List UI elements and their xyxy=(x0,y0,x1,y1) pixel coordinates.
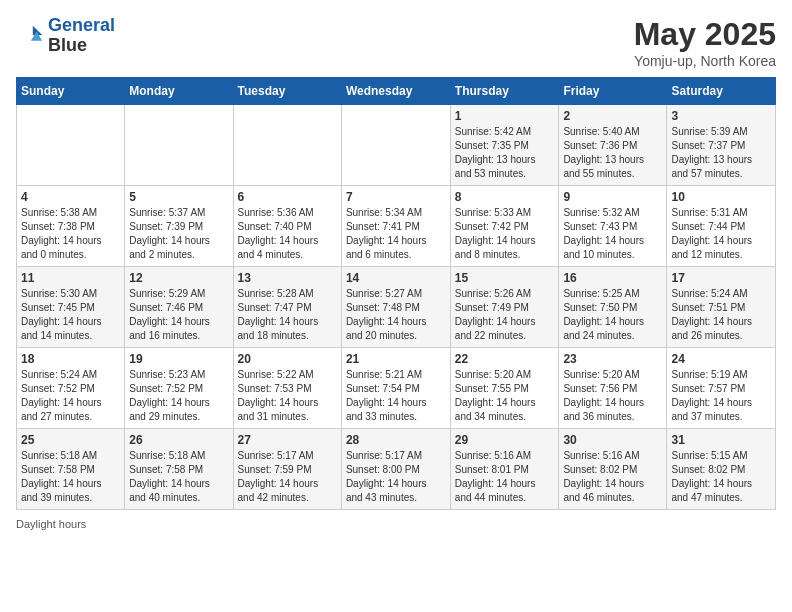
day-cell-18: 18Sunrise: 5:24 AM Sunset: 7:52 PM Dayli… xyxy=(17,348,125,429)
day-number: 24 xyxy=(671,352,771,366)
day-number: 20 xyxy=(238,352,337,366)
day-number: 2 xyxy=(563,109,662,123)
day-cell-6: 6Sunrise: 5:36 AM Sunset: 7:40 PM Daylig… xyxy=(233,186,341,267)
day-info: Sunrise: 5:24 AM Sunset: 7:52 PM Dayligh… xyxy=(21,368,120,424)
day-cell-31: 31Sunrise: 5:15 AM Sunset: 8:02 PM Dayli… xyxy=(667,429,776,510)
logo-icon xyxy=(16,22,44,50)
svg-marker-1 xyxy=(31,31,42,40)
day-number: 4 xyxy=(21,190,120,204)
day-info: Sunrise: 5:17 AM Sunset: 8:00 PM Dayligh… xyxy=(346,449,446,505)
day-number: 9 xyxy=(563,190,662,204)
day-info: Sunrise: 5:19 AM Sunset: 7:57 PM Dayligh… xyxy=(671,368,771,424)
day-number: 31 xyxy=(671,433,771,447)
day-cell-empty-0-1 xyxy=(125,105,233,186)
column-header-saturday: Saturday xyxy=(667,78,776,105)
day-cell-21: 21Sunrise: 5:21 AM Sunset: 7:54 PM Dayli… xyxy=(341,348,450,429)
calendar-table: SundayMondayTuesdayWednesdayThursdayFrid… xyxy=(16,77,776,510)
day-info: Sunrise: 5:29 AM Sunset: 7:46 PM Dayligh… xyxy=(129,287,228,343)
day-cell-12: 12Sunrise: 5:29 AM Sunset: 7:46 PM Dayli… xyxy=(125,267,233,348)
day-info: Sunrise: 5:20 AM Sunset: 7:55 PM Dayligh… xyxy=(455,368,555,424)
day-number: 23 xyxy=(563,352,662,366)
day-number: 6 xyxy=(238,190,337,204)
day-info: Sunrise: 5:16 AM Sunset: 8:01 PM Dayligh… xyxy=(455,449,555,505)
day-number: 8 xyxy=(455,190,555,204)
day-info: Sunrise: 5:16 AM Sunset: 8:02 PM Dayligh… xyxy=(563,449,662,505)
day-cell-19: 19Sunrise: 5:23 AM Sunset: 7:52 PM Dayli… xyxy=(125,348,233,429)
week-row-2: 4Sunrise: 5:38 AM Sunset: 7:38 PM Daylig… xyxy=(17,186,776,267)
day-info: Sunrise: 5:34 AM Sunset: 7:41 PM Dayligh… xyxy=(346,206,446,262)
day-cell-8: 8Sunrise: 5:33 AM Sunset: 7:42 PM Daylig… xyxy=(450,186,559,267)
column-header-friday: Friday xyxy=(559,78,667,105)
day-number: 10 xyxy=(671,190,771,204)
day-cell-30: 30Sunrise: 5:16 AM Sunset: 8:02 PM Dayli… xyxy=(559,429,667,510)
day-info: Sunrise: 5:36 AM Sunset: 7:40 PM Dayligh… xyxy=(238,206,337,262)
day-number: 16 xyxy=(563,271,662,285)
day-info: Sunrise: 5:42 AM Sunset: 7:35 PM Dayligh… xyxy=(455,125,555,181)
day-cell-26: 26Sunrise: 5:18 AM Sunset: 7:58 PM Dayli… xyxy=(125,429,233,510)
day-cell-5: 5Sunrise: 5:37 AM Sunset: 7:39 PM Daylig… xyxy=(125,186,233,267)
day-info: Sunrise: 5:23 AM Sunset: 7:52 PM Dayligh… xyxy=(129,368,228,424)
week-row-1: 1Sunrise: 5:42 AM Sunset: 7:35 PM Daylig… xyxy=(17,105,776,186)
day-cell-3: 3Sunrise: 5:39 AM Sunset: 7:37 PM Daylig… xyxy=(667,105,776,186)
day-cell-23: 23Sunrise: 5:20 AM Sunset: 7:56 PM Dayli… xyxy=(559,348,667,429)
day-cell-25: 25Sunrise: 5:18 AM Sunset: 7:58 PM Dayli… xyxy=(17,429,125,510)
day-number: 3 xyxy=(671,109,771,123)
day-cell-13: 13Sunrise: 5:28 AM Sunset: 7:47 PM Dayli… xyxy=(233,267,341,348)
day-number: 12 xyxy=(129,271,228,285)
column-header-monday: Monday xyxy=(125,78,233,105)
day-number: 22 xyxy=(455,352,555,366)
footer-text: Daylight hours xyxy=(16,518,86,530)
day-info: Sunrise: 5:40 AM Sunset: 7:36 PM Dayligh… xyxy=(563,125,662,181)
day-number: 21 xyxy=(346,352,446,366)
day-info: Sunrise: 5:26 AM Sunset: 7:49 PM Dayligh… xyxy=(455,287,555,343)
footer: Daylight hours xyxy=(16,518,776,530)
logo: General Blue xyxy=(16,16,115,56)
title-block: May 2025 Yomju-up, North Korea xyxy=(634,16,776,69)
day-info: Sunrise: 5:20 AM Sunset: 7:56 PM Dayligh… xyxy=(563,368,662,424)
day-headers-row: SundayMondayTuesdayWednesdayThursdayFrid… xyxy=(17,78,776,105)
day-cell-7: 7Sunrise: 5:34 AM Sunset: 7:41 PM Daylig… xyxy=(341,186,450,267)
day-cell-10: 10Sunrise: 5:31 AM Sunset: 7:44 PM Dayli… xyxy=(667,186,776,267)
day-cell-4: 4Sunrise: 5:38 AM Sunset: 7:38 PM Daylig… xyxy=(17,186,125,267)
day-cell-empty-0-2 xyxy=(233,105,341,186)
day-number: 19 xyxy=(129,352,228,366)
day-number: 7 xyxy=(346,190,446,204)
day-info: Sunrise: 5:17 AM Sunset: 7:59 PM Dayligh… xyxy=(238,449,337,505)
month-title: May 2025 xyxy=(634,16,776,53)
day-number: 14 xyxy=(346,271,446,285)
day-number: 1 xyxy=(455,109,555,123)
day-info: Sunrise: 5:24 AM Sunset: 7:51 PM Dayligh… xyxy=(671,287,771,343)
week-row-3: 11Sunrise: 5:30 AM Sunset: 7:45 PM Dayli… xyxy=(17,267,776,348)
day-info: Sunrise: 5:39 AM Sunset: 7:37 PM Dayligh… xyxy=(671,125,771,181)
column-header-sunday: Sunday xyxy=(17,78,125,105)
column-header-thursday: Thursday xyxy=(450,78,559,105)
day-cell-24: 24Sunrise: 5:19 AM Sunset: 7:57 PM Dayli… xyxy=(667,348,776,429)
week-row-4: 18Sunrise: 5:24 AM Sunset: 7:52 PM Dayli… xyxy=(17,348,776,429)
logo-line2: Blue xyxy=(48,36,115,56)
day-info: Sunrise: 5:21 AM Sunset: 7:54 PM Dayligh… xyxy=(346,368,446,424)
day-cell-11: 11Sunrise: 5:30 AM Sunset: 7:45 PM Dayli… xyxy=(17,267,125,348)
day-number: 18 xyxy=(21,352,120,366)
day-info: Sunrise: 5:18 AM Sunset: 7:58 PM Dayligh… xyxy=(21,449,120,505)
day-info: Sunrise: 5:28 AM Sunset: 7:47 PM Dayligh… xyxy=(238,287,337,343)
day-number: 26 xyxy=(129,433,228,447)
day-number: 28 xyxy=(346,433,446,447)
day-number: 30 xyxy=(563,433,662,447)
day-info: Sunrise: 5:25 AM Sunset: 7:50 PM Dayligh… xyxy=(563,287,662,343)
day-info: Sunrise: 5:18 AM Sunset: 7:58 PM Dayligh… xyxy=(129,449,228,505)
day-cell-22: 22Sunrise: 5:20 AM Sunset: 7:55 PM Dayli… xyxy=(450,348,559,429)
day-number: 17 xyxy=(671,271,771,285)
day-cell-1: 1Sunrise: 5:42 AM Sunset: 7:35 PM Daylig… xyxy=(450,105,559,186)
day-info: Sunrise: 5:31 AM Sunset: 7:44 PM Dayligh… xyxy=(671,206,771,262)
day-cell-9: 9Sunrise: 5:32 AM Sunset: 7:43 PM Daylig… xyxy=(559,186,667,267)
day-cell-17: 17Sunrise: 5:24 AM Sunset: 7:51 PM Dayli… xyxy=(667,267,776,348)
day-info: Sunrise: 5:32 AM Sunset: 7:43 PM Dayligh… xyxy=(563,206,662,262)
day-number: 25 xyxy=(21,433,120,447)
day-cell-27: 27Sunrise: 5:17 AM Sunset: 7:59 PM Dayli… xyxy=(233,429,341,510)
day-cell-29: 29Sunrise: 5:16 AM Sunset: 8:01 PM Dayli… xyxy=(450,429,559,510)
day-info: Sunrise: 5:37 AM Sunset: 7:39 PM Dayligh… xyxy=(129,206,228,262)
day-number: 15 xyxy=(455,271,555,285)
page-header: General Blue May 2025 Yomju-up, North Ko… xyxy=(16,16,776,69)
day-cell-20: 20Sunrise: 5:22 AM Sunset: 7:53 PM Dayli… xyxy=(233,348,341,429)
logo-line1: General xyxy=(48,15,115,35)
